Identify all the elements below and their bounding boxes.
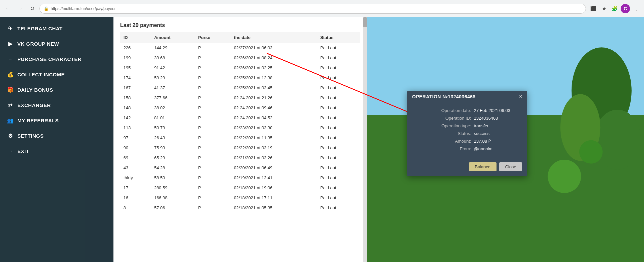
sidebar-icon-my-referrals: 👥: [7, 117, 14, 124]
svg-point-10: [579, 140, 603, 164]
scroll-thumb[interactable]: [363, 17, 367, 27]
cell-status: Paid out: [317, 143, 360, 153]
table-row[interactable]: 16741.37P02/25/2021 at 03:45Paid out: [120, 83, 360, 93]
table-row[interactable]: thirty58.50P02/19/2021 at 13:41Paid out: [120, 173, 360, 183]
sidebar-item-purchase-character[interactable]: ≡ PURCHASE CHARACTER: [0, 51, 113, 67]
table-row[interactable]: 6965.29P02/21/2021 at 03:26Paid out: [120, 153, 360, 163]
table-row[interactable]: 9726.43P02/22/2021 at 11:35Paid out: [120, 133, 360, 143]
sidebar-label-purchase-character: PURCHASE CHARACTER: [17, 56, 81, 62]
sidebar: ✈ TELEGRAM CHAT ▶ VK GROUP NEW ≡ PURCHAS…: [0, 17, 113, 262]
cell-purse: P: [195, 123, 231, 133]
cell-date: 02/21/2021 at 03:26: [231, 153, 317, 163]
table-row[interactable]: 226144.29P02/27/2021 at 06:03Paid out: [120, 43, 360, 53]
cell-amount: 91.42: [151, 63, 195, 73]
cell-id: 148: [120, 103, 151, 113]
cell-purse: P: [195, 53, 231, 63]
sidebar-icon-exit: →: [7, 147, 14, 155]
cell-amount: 377.66: [151, 93, 195, 103]
address-bar[interactable]: 🔒 https://multifarm.fun/user/pay/payeer: [39, 4, 586, 14]
menu-button[interactable]: ⋮: [631, 4, 641, 13]
cell-amount: 166.98: [151, 193, 195, 203]
cell-amount: 38.02: [151, 103, 195, 113]
dialog-field-label: Operation ID:: [431, 116, 471, 121]
table-row[interactable]: 158377.66P02.24.2021 at 21:26Paid out: [120, 93, 360, 103]
balance-button[interactable]: Balance: [469, 162, 497, 171]
cell-id: 16: [120, 193, 151, 203]
table-row[interactable]: 16166.98P02/18/2021 at 17:11Paid out: [120, 193, 360, 203]
cell-date: 02.24.2021 at 09:46: [231, 103, 317, 113]
cell-id: 17: [120, 183, 151, 193]
dialog-field-label: Status:: [431, 131, 471, 136]
sidebar-icon-vk-group-new: ▶: [7, 40, 14, 47]
sidebar-item-exit[interactable]: → EXIT: [0, 143, 113, 159]
sidebar-icon-collect-income: 💰: [7, 71, 14, 78]
cell-status: Paid out: [317, 43, 360, 53]
cell-purse: P: [195, 93, 231, 103]
sidebar-label-exchanger: EXCHANGER: [17, 102, 51, 108]
table-row[interactable]: 17459.29P02/25/2021 at 12:38Paid out: [120, 73, 360, 83]
extensions-button[interactable]: 🧩: [610, 4, 619, 13]
sidebar-label-vk-group-new: VK GROUP NEW: [17, 41, 59, 47]
col-amount: Amount: [151, 32, 195, 43]
table-row[interactable]: 857.06P02/18/2021 at 05:35Paid out: [120, 203, 360, 213]
cell-id: 142: [120, 113, 151, 123]
cell-date: 02/26/2021 at 02:25: [231, 63, 317, 73]
table-row[interactable]: 14838.02P02.24.2021 at 09:46Paid out: [120, 103, 360, 113]
browser-chrome: ← → ↻ 🔒 https://multifarm.fun/user/pay/p…: [0, 0, 644, 17]
cell-date: 02.24.2021 at 21:26: [231, 93, 317, 103]
cell-date: 02/18/2021 at 17:11: [231, 193, 317, 203]
cell-date: 02/23/2021 at 03:30: [231, 123, 317, 133]
sidebar-item-telegram-chat[interactable]: ✈ TELEGRAM CHAT: [0, 21, 113, 36]
cell-status: Paid out: [317, 63, 360, 73]
cell-id: 43: [120, 163, 151, 173]
sidebar-label-daily-bonus: DAILY BONUS: [17, 87, 53, 93]
sidebar-label-collect-income: COLLECT INCOME: [17, 72, 65, 77]
back-button[interactable]: ←: [3, 4, 13, 13]
sidebar-item-vk-group-new[interactable]: ▶ VK GROUP NEW: [0, 36, 113, 51]
table-row[interactable]: 17280.59P02/18/2021 at 19:06Paid out: [120, 183, 360, 193]
sidebar-item-collect-income[interactable]: 💰 COLLECT INCOME: [0, 67, 113, 82]
screenshot-button[interactable]: ⬛: [589, 4, 598, 13]
cell-amount: 50.79: [151, 123, 195, 133]
cell-amount: 41.37: [151, 83, 195, 93]
table-row[interactable]: 19591.42P02/26/2021 at 02:25Paid out: [120, 63, 360, 73]
sidebar-item-my-referrals[interactable]: 👥 MY REFERRALS: [0, 113, 113, 128]
cell-purse: P: [195, 83, 231, 93]
table-row[interactable]: 11350.79P02/23/2021 at 03:30Paid out: [120, 123, 360, 133]
dialog-field-value: 137.08 ₽: [474, 139, 521, 144]
payments-table-container[interactable]: Last 20 payments IDAmountPursethe dateSt…: [113, 17, 367, 262]
cell-amount: 144.29: [151, 43, 195, 53]
dialog-field-row: Operation ID: 1324036468: [414, 116, 521, 121]
cell-status: Paid out: [317, 93, 360, 103]
forward-button[interactable]: →: [15, 4, 25, 13]
cell-status: Paid out: [317, 73, 360, 83]
cell-id: 97: [120, 133, 151, 143]
sidebar-icon-exchanger: ⇄: [7, 101, 14, 109]
cell-purse: P: [195, 163, 231, 173]
cell-status: Paid out: [317, 153, 360, 163]
cell-amount: 26.43: [151, 133, 195, 143]
scroll-bar[interactable]: [363, 17, 367, 262]
close-button[interactable]: Close: [499, 162, 522, 171]
cell-id: 199: [120, 53, 151, 63]
bookmark-star[interactable]: ★: [599, 4, 609, 13]
table-row[interactable]: 19939.68P02/26/2021 at 08:24Paid out: [120, 53, 360, 63]
sidebar-item-exchanger[interactable]: ⇄ EXCHANGER: [0, 97, 113, 113]
table-row[interactable]: 9075.93P02/22/2021 at 03:19Paid out: [120, 143, 360, 153]
profile-avatar[interactable]: C: [621, 4, 630, 13]
cell-id: 69: [120, 153, 151, 163]
reload-button[interactable]: ↻: [27, 4, 37, 13]
cell-purse: P: [195, 183, 231, 193]
dialog-field-value: 27 Feb 2021 06:03: [474, 108, 521, 113]
dialog-field-value: transfer: [474, 123, 521, 128]
table-row[interactable]: 14281.01P02.24.2021 at 04:52Paid out: [120, 113, 360, 123]
cell-purse: P: [195, 203, 231, 213]
cell-status: Paid out: [317, 103, 360, 113]
sidebar-item-settings[interactable]: ⚙ SETTINGS: [0, 128, 113, 143]
svg-point-5: [594, 110, 641, 170]
cell-amount: 81.01: [151, 113, 195, 123]
dialog-close-x[interactable]: ×: [519, 94, 522, 99]
sidebar-item-daily-bonus[interactable]: 🎁 DAILY BONUS: [0, 82, 113, 97]
col-id: ID: [120, 32, 151, 43]
table-row[interactable]: 4354.28P02/20/2021 at 06:49Paid out: [120, 163, 360, 173]
